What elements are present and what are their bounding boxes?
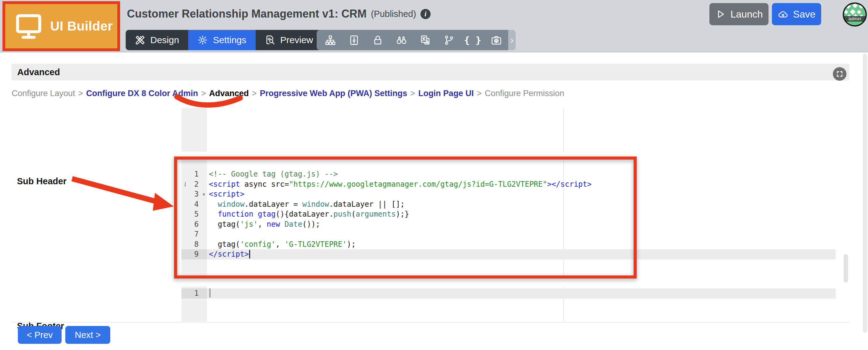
code-line-5[interactable]: 5 function gtag(){dataLayer.push(argumen… — [181, 209, 836, 220]
line-number: 5 — [181, 209, 207, 220]
camera-tool-button[interactable] — [485, 30, 508, 50]
prev-button[interactable]: < Prev — [18, 326, 62, 344]
editor-scrollbar-thumb[interactable] — [844, 254, 848, 283]
sub-footer-code-editor[interactable]: 1 — [181, 287, 836, 322]
section-header-bar: Advanced — [12, 64, 849, 80]
avatar-image: admin — [844, 4, 866, 25]
mode-tabs: Design Settings Preview — [126, 30, 322, 50]
code-line-6[interactable]: 6 gtag('js', new Date()); — [181, 220, 836, 230]
sitemap-icon — [324, 34, 336, 46]
gutter-info-icon: i — [184, 179, 186, 189]
gear-icon — [197, 35, 208, 45]
braces-tool-button[interactable]: { } — [461, 30, 485, 50]
logo-label: UI Builder — [50, 19, 113, 34]
code-line-1[interactable]: 1<!-- Google tag (gtag.js) --> — [181, 169, 836, 179]
breadcrumb-item-configure-layout: Configure Layout — [12, 89, 75, 98]
code-line-content — [207, 288, 836, 298]
tab-settings-label: Settings — [213, 35, 246, 45]
breadcrumb-separator: > — [201, 89, 206, 98]
breadcrumb-item-configure-permission: Configure Permission — [485, 89, 564, 98]
text-cursor — [209, 288, 211, 298]
breadcrumb: Configure Layout>Configure DX 8 Color Ad… — [12, 89, 564, 98]
git-branch-icon — [443, 34, 455, 46]
code-line-7[interactable]: 7 — [181, 229, 836, 239]
code-line-content: gtag('config', 'G-TLG2VTEPRE'); — [207, 239, 836, 250]
translate-tool-button[interactable] — [413, 30, 437, 50]
info-icon[interactable]: i — [421, 9, 431, 19]
toolbar-overflow-button[interactable]: › — [508, 30, 516, 50]
previous-field-editor[interactable] — [181, 108, 836, 152]
tab-settings[interactable]: Settings — [188, 30, 255, 50]
editor-ruler — [563, 108, 564, 152]
code-line-content: <!-- Google tag (gtag.js) --> — [207, 169, 836, 179]
line-number: 3▼ — [181, 189, 207, 199]
tab-design[interactable]: Design — [126, 30, 188, 50]
code-line-3[interactable]: 3▼<script> — [181, 189, 836, 199]
braces-icon: { } — [464, 34, 482, 46]
tab-design-label: Design — [150, 35, 179, 45]
code-line-4[interactable]: 4 window.dataLayer = window.dataLayer ||… — [181, 199, 836, 209]
text-cursor — [249, 250, 250, 259]
breadcrumb-item-progressive-web-app-pwa-settings[interactable]: Progressive Web App (PWA) Settings — [260, 89, 407, 98]
page-scrollbar-thumb[interactable] — [863, 54, 867, 333]
breadcrumb-item-configure-dx-8-color-admin[interactable]: Configure DX 8 Color Admin — [86, 89, 198, 98]
breadcrumb-separator: > — [477, 89, 482, 98]
code-line-8[interactable]: 8 gtag('config', 'G-TLG2VTEPRE'); — [181, 239, 836, 250]
sitemap-tool-button[interactable] — [318, 30, 342, 50]
published-status: (Published) — [371, 9, 416, 19]
play-icon — [715, 9, 726, 20]
section-divider — [12, 322, 849, 323]
form-properties-icon — [348, 34, 360, 46]
save-label: Save — [793, 9, 816, 20]
line-number: 1 — [181, 288, 207, 298]
git-branch-tool-button[interactable] — [437, 30, 461, 50]
tab-preview-label: Preview — [280, 35, 313, 45]
line-number: 9 — [181, 249, 207, 259]
editor-gutter — [181, 108, 207, 152]
app-title-row: Customer Relationship Management v1: CRM… — [127, 7, 431, 20]
breadcrumb-item-advanced: Advanced — [209, 89, 249, 98]
translate-icon — [420, 34, 431, 46]
ui-builder-page: UI Builder Customer Relationship Managem… — [0, 0, 868, 350]
code-line-content: function gtag(){dataLayer.push(arguments… — [207, 209, 836, 220]
monitor-icon — [14, 11, 43, 41]
lock-icon — [372, 34, 383, 46]
avatar[interactable]: admin — [843, 2, 867, 27]
breadcrumb-separator: > — [410, 89, 415, 98]
binoculars-tool-button[interactable] — [390, 30, 413, 50]
launch-label: Launch — [731, 9, 763, 20]
fullscreen-button[interactable] — [833, 67, 846, 81]
code-line-2[interactable]: 2i<script async src="https://www.googlet… — [181, 179, 836, 189]
breadcrumb-item-login-page-ui[interactable]: Login Page UI — [418, 89, 474, 98]
launch-button[interactable]: Launch — [709, 3, 769, 25]
binoculars-icon — [396, 34, 407, 46]
line-number: 8 — [181, 239, 207, 250]
lock-tool-button[interactable] — [366, 30, 390, 50]
ui-builder-logo[interactable]: UI Builder — [2, 1, 120, 51]
section-title: Advanced — [17, 67, 60, 77]
form-properties-tool-button[interactable] — [342, 30, 366, 50]
code-line-1[interactable]: 1 — [181, 288, 836, 298]
line-number: 2i — [181, 179, 207, 189]
builder-toolbar: { } › — [317, 30, 516, 50]
code-line-content: gtag('js', new Date()); — [207, 220, 836, 230]
code-line-content: </script> — [207, 249, 836, 259]
breadcrumb-separator: > — [78, 89, 83, 98]
sub-header-code-editor[interactable]: 1<!-- Google tag (gtag.js) -->2i<script … — [181, 159, 836, 276]
line-number: 1 — [181, 169, 207, 179]
fold-arrow-icon[interactable]: ▼ — [203, 189, 205, 200]
chevron-right-icon: › — [510, 35, 514, 45]
file-search-icon — [265, 35, 275, 45]
code-line-9[interactable]: 9</script> — [181, 249, 836, 259]
cloud-upload-icon — [778, 9, 788, 20]
next-button[interactable]: Next > — [65, 326, 110, 344]
annotation-arrow — [68, 173, 179, 214]
code-line-content: window.dataLayer = window.dataLayer || [… — [207, 199, 836, 209]
line-number: 7 — [181, 229, 207, 239]
tab-preview[interactable]: Preview — [256, 30, 322, 50]
save-button[interactable]: Save — [772, 3, 821, 25]
code-line-content: <script> — [207, 189, 836, 199]
code-line-content — [207, 229, 836, 239]
pen-ruler-icon — [135, 35, 145, 45]
page-title: Customer Relationship Management v1: CRM — [127, 7, 367, 20]
